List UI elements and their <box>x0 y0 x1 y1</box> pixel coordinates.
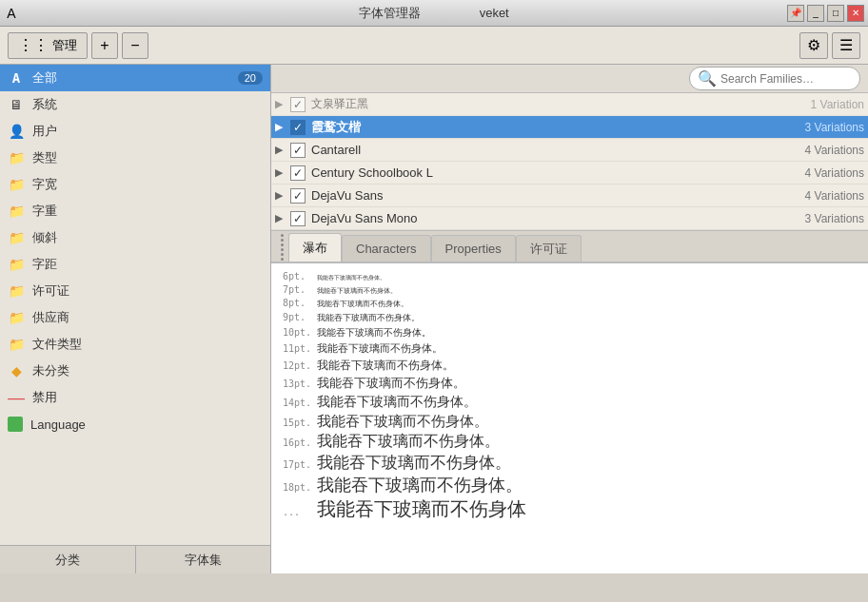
preview-text: 我能吞下玻璃而不伤身体。 <box>317 393 477 410</box>
search-input[interactable] <box>720 72 863 86</box>
font-variations: 1 Variation <box>811 98 864 111</box>
app-icon: A <box>4 6 19 21</box>
table-row[interactable]: ▶ ✓ DejaVu Sans Mono 3 Variations <box>271 207 868 230</box>
preview-line: 11pt.我能吞下玻璃而不伤身体。 <box>283 341 857 356</box>
sidebar-item-all[interactable]: A 全部 20 <box>0 65 270 91</box>
preview-line: 14pt.我能吞下玻璃而不伤身体。 <box>283 393 857 410</box>
preview-text: 我能吞下玻璃而不伤身体。 <box>317 475 523 495</box>
preview-size-label: 12pt. <box>283 360 317 371</box>
tab-waterfall[interactable]: 瀑布 <box>288 233 342 262</box>
sidebar-item-slant[interactable]: 📁 倾斜 <box>0 224 270 251</box>
sidebar-item-width[interactable]: 📁 字宽 <box>0 171 270 198</box>
settings-button[interactable]: ⚙ <box>799 32 828 59</box>
license-icon: 📁 <box>8 282 25 300</box>
preview-line: 12pt.我能吞下玻璃而不伤身体。 <box>283 358 857 373</box>
font-list-header: 🔍 <box>271 65 868 93</box>
close-button[interactable]: ✕ <box>847 5 864 22</box>
font-variations: 4 Variations <box>805 144 864 157</box>
remove-button[interactable]: − <box>122 32 148 59</box>
expand-arrow: ▶ <box>275 189 288 202</box>
unclassified-icon: ◆ <box>8 362 25 379</box>
system-icon: 🖥 <box>8 96 25 113</box>
table-row[interactable]: ▶ ✓ Cantarell 4 Variations <box>271 139 868 162</box>
preview-text: 我能吞下玻璃而不伤身体 <box>317 497 526 520</box>
preview-line: 10pt.我能吞下玻璃而不伤身体。 <box>283 326 857 340</box>
font-name: 霞鹜文楷 <box>311 119 805 136</box>
font-checkbox[interactable]: ✓ <box>290 143 306 158</box>
preview-line: 18pt.我能吞下玻璃而不伤身体。 <box>283 475 857 495</box>
sidebar-item-license[interactable]: 📁 许可证 <box>0 278 270 304</box>
sidebar-item-vendor[interactable]: 📁 供应商 <box>0 304 270 331</box>
font-checkbox[interactable]: ✓ <box>290 97 306 112</box>
expand-arrow: ▶ <box>275 121 288 133</box>
preview-text: 我能吞下玻璃而不伤身体。 <box>317 285 397 296</box>
preview-size-label: 16pt. <box>283 437 317 448</box>
user-icon: 👤 <box>8 123 25 140</box>
font-name: Century Schoolbook L <box>311 165 805 180</box>
sidebar-item-filetype[interactable]: 📁 文件类型 <box>0 331 270 358</box>
table-row[interactable]: ▶ ✓ Century Schoolbook L 4 Variations <box>271 162 868 184</box>
pin-button[interactable]: 📌 <box>787 5 804 22</box>
preview-line: 13pt.我能吞下玻璃而不伤身体。 <box>283 375 857 391</box>
manage-button[interactable]: ⋮⋮ 管理 <box>8 32 88 59</box>
tab-drag-handle[interactable] <box>275 233 288 262</box>
slant-icon: 📁 <box>8 229 25 246</box>
main-container: A 全部 20 🖥 系统 👤 用户 📁 类型 📁 字宽 📁 字重 📁 倾斜 <box>0 65 868 573</box>
title-bar-left: A <box>4 6 19 21</box>
fontset-button[interactable]: 字体集 <box>136 546 271 573</box>
add-button[interactable]: + <box>91 32 118 59</box>
content: 🔍 ▶ ✓ 文泉驿正黑 1 Variation ▶ ✓ 霞鹜文楷 3 Varia… <box>271 65 868 573</box>
all-icon: A <box>8 69 25 87</box>
preview-text: 我能吞下玻璃而不伤身体。 <box>317 412 488 430</box>
sidebar-item-type[interactable]: 📁 类型 <box>0 145 270 171</box>
minimize-button[interactable]: _ <box>807 5 824 22</box>
preview-line: 16pt.我能吞下玻璃而不伤身体。 <box>283 432 857 451</box>
preview-line: 15pt.我能吞下玻璃而不伤身体。 <box>283 412 857 430</box>
classify-button[interactable]: 分类 <box>0 546 136 573</box>
preview-panel: 6pt.我能吞下玻璃而不伤身体。7pt.我能吞下玻璃而不伤身体。8pt.我能吞下… <box>271 263 868 573</box>
preview-size-label: 17pt. <box>283 459 317 470</box>
preview-size-label: 11pt. <box>283 343 317 354</box>
expand-arrow: ▶ <box>275 166 288 179</box>
sidebar-item-weight[interactable]: 📁 字重 <box>0 198 270 224</box>
table-row[interactable]: ▶ ✓ 霞鹜文楷 3 Variations <box>271 116 868 139</box>
tab-license[interactable]: 许可证 <box>516 235 582 262</box>
tab-characters[interactable]: Characters <box>342 235 431 262</box>
preview-text: 我能吞下玻璃而不伤身体。 <box>317 375 465 391</box>
preview-text: 我能吞下玻璃而不伤身体。 <box>317 299 408 310</box>
preview-text: 我能吞下玻璃而不伤身体。 <box>317 312 420 324</box>
font-variations: 4 Variations <box>805 189 864 203</box>
dots-icon: ⋮⋮ <box>18 36 49 54</box>
sidebar-item-spacing[interactable]: 📁 字距 <box>0 251 270 278</box>
maximize-button[interactable]: □ <box>827 5 844 22</box>
preview-text: 我能吞下玻璃而不伤身体。 <box>317 432 500 451</box>
sidebar-item-system[interactable]: 🖥 系统 <box>0 91 270 118</box>
tab-properties[interactable]: Properties <box>431 235 516 262</box>
preview-size-label: 9pt. <box>283 312 317 322</box>
sidebar-item-language[interactable]: Language <box>0 411 270 437</box>
font-checkbox[interactable]: ✓ <box>290 211 306 226</box>
tab-bar: 瀑布 Characters Properties 许可证 <box>271 231 868 263</box>
table-row[interactable]: ▶ ✓ 文泉驿正黑 1 Variation <box>271 93 868 116</box>
search-box[interactable]: 🔍 <box>689 67 860 90</box>
title-bar-title: 字体管理器 veket <box>359 5 508 22</box>
title-bar: A 字体管理器 veket 📌 _ □ ✕ <box>0 0 868 27</box>
weight-icon: 📁 <box>8 203 25 220</box>
menu-button[interactable]: ☰ <box>832 32 860 59</box>
preview-size-label: 15pt. <box>283 418 317 428</box>
preview-text: 我能吞下玻璃而不伤身体。 <box>317 358 454 373</box>
font-checkbox[interactable]: ✓ <box>290 188 306 204</box>
sidebar: A 全部 20 🖥 系统 👤 用户 📁 类型 📁 字宽 📁 字重 📁 倾斜 <box>0 65 271 573</box>
sidebar-item-unclassified[interactable]: ◆ 未分类 <box>0 358 270 384</box>
font-checkbox[interactable]: ✓ <box>290 165 306 181</box>
preview-line: 7pt.我能吞下玻璃而不伤身体。 <box>283 284 857 296</box>
spacing-icon: 📁 <box>8 256 25 273</box>
preview-size-label: 6pt. <box>283 271 317 282</box>
preview-line: ...我能吞下玻璃而不伤身体 <box>283 497 857 520</box>
sidebar-item-disabled[interactable]: — 禁用 <box>0 384 270 411</box>
vendor-icon: 📁 <box>8 309 25 326</box>
sidebar-item-user[interactable]: 👤 用户 <box>0 118 270 145</box>
font-checkbox[interactable]: ✓ <box>290 120 306 135</box>
preview-size-label: 10pt. <box>283 327 317 338</box>
table-row[interactable]: ▶ ✓ DejaVu Sans 4 Variations <box>271 184 868 207</box>
